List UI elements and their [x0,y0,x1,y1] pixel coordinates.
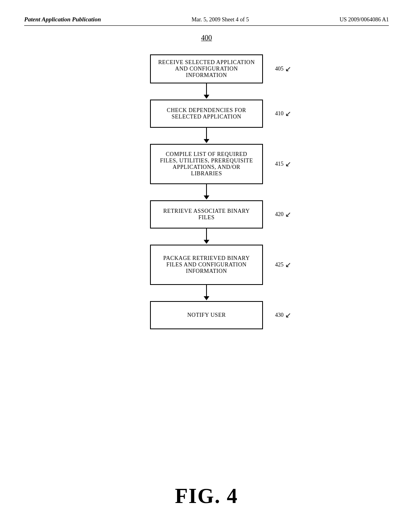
diagram-number: 400 [24,34,389,42]
arrow-2-head [204,139,209,143]
step-415-label: 415 ↙ [275,160,291,168]
step-430-box: NOTIFY USER [150,301,263,329]
arrow-4-line [206,229,207,240]
arrow-5-line [206,285,207,296]
page: Patent Application Publication Mar. 5, 2… [0,0,413,532]
arrow-3-line [206,184,207,195]
step-430-tick: ↙ [285,311,291,320]
arrow-5 [204,285,209,301]
step-410-box: CHECK DEPENDENCIES FOR SELECTED APPLICAT… [150,100,263,128]
step-425-tick: ↙ [285,260,291,269]
step-415-num: 415 [275,161,284,167]
step-415-box: COMPILE LIST OF REQUIRED FILES, UTILITIE… [150,144,263,184]
step-405-label: 405 ↙ [275,64,291,73]
step-430-text: NOTIFY USER [187,312,226,318]
step-405-tick: ↙ [285,64,291,73]
flowchart: RECEIVE SELECTED APPLICATION AND CONFIGU… [24,54,389,329]
step-410-text: CHECK DEPENDENCIES FOR SELECTED APPLICAT… [157,107,256,120]
step-405-box: RECEIVE SELECTED APPLICATION AND CONFIGU… [150,54,263,83]
step-425-num: 425 [275,262,284,268]
step-420-tick: ↙ [285,210,291,219]
arrow-3 [204,184,209,200]
step-410-label: 410 ↙ [275,109,291,118]
arrow-3-head [204,195,209,200]
step-405-text: RECEIVE SELECTED APPLICATION AND CONFIGU… [157,59,256,79]
arrow-1-line [206,83,207,95]
step-420-box: RETRIEVE ASSOCIATE BINARY FILES [150,200,263,229]
step-415-tick: ↙ [285,160,291,168]
step-420-num: 420 [275,211,284,218]
page-header: Patent Application Publication Mar. 5, 2… [24,16,389,26]
arrow-4-head [204,240,209,244]
fig-label: FIG. 4 [175,484,238,508]
step-405-num: 405 [275,66,284,72]
header-right: US 2009/0064086 A1 [340,17,389,23]
step-415-text: COMPILE LIST OF REQUIRED FILES, UTILITIE… [157,151,256,177]
arrow-5-head [204,296,209,300]
step-420-wrapper: RETRIEVE ASSOCIATE BINARY FILES 420 ↙ [150,200,263,229]
step-425-label: 425 ↙ [275,260,291,269]
step-425-wrapper: PACKAGE RETRIEVED BINARY FILES AND CONFI… [150,245,263,285]
step-410-tick: ↙ [285,109,291,118]
step-415-wrapper: COMPILE LIST OF REQUIRED FILES, UTILITIE… [150,144,263,184]
arrow-2 [204,128,209,144]
step-410-num: 410 [275,110,284,117]
step-420-label: 420 ↙ [275,210,291,219]
step-425-box: PACKAGE RETRIEVED BINARY FILES AND CONFI… [150,245,263,285]
step-430-num: 430 [275,312,284,318]
step-425-text: PACKAGE RETRIEVED BINARY FILES AND CONFI… [157,255,256,274]
step-430-wrapper: NOTIFY USER 430 ↙ [150,301,263,329]
header-left: Patent Application Publication [24,16,101,23]
arrow-1-head [204,95,209,99]
arrow-1 [204,83,209,100]
step-405-wrapper: RECEIVE SELECTED APPLICATION AND CONFIGU… [150,54,263,83]
arrow-2-line [206,128,207,139]
header-center: Mar. 5, 2009 Sheet 4 of 5 [192,17,249,23]
step-430-label: 430 ↙ [275,311,291,320]
step-420-text: RETRIEVE ASSOCIATE BINARY FILES [157,208,256,221]
arrow-4 [204,229,209,245]
step-410-wrapper: CHECK DEPENDENCIES FOR SELECTED APPLICAT… [150,100,263,128]
